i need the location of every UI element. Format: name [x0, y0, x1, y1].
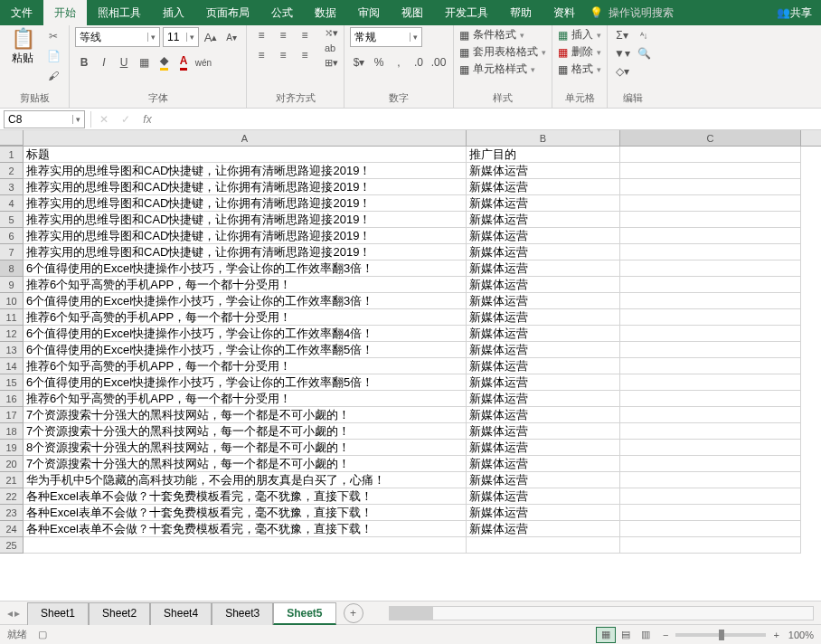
page-break-view-button[interactable]: ▥ [636, 627, 656, 643]
italic-button[interactable]: I [95, 54, 113, 71]
cell[interactable] [620, 212, 801, 228]
fill-color-button[interactable]: ◆ [155, 54, 173, 71]
cell[interactable]: 推荐6个知乎高赞的手机APP，每一个都十分受用！ [24, 358, 467, 374]
row-header[interactable]: 1 [0, 147, 24, 163]
select-all-corner[interactable] [0, 130, 24, 146]
cell[interactable]: 新媒体运营 [467, 179, 620, 195]
tab-审阅[interactable]: 审阅 [347, 0, 391, 25]
align-right-icon[interactable]: ≡ [296, 47, 314, 63]
tell-me-search[interactable]: 💡操作说明搜索 [590, 5, 674, 21]
format-painter-icon[interactable]: 🖌 [43, 67, 63, 85]
tab-帮助[interactable]: 帮助 [499, 0, 543, 25]
row-header[interactable]: 16 [0, 391, 24, 407]
page-layout-view-button[interactable]: ▤ [616, 627, 636, 643]
row-header[interactable]: 18 [0, 423, 24, 440]
cell[interactable]: 6个值得使用的Excel快捷操作小技巧，学会让你的工作效率翻5倍！ [24, 342, 467, 358]
row-header[interactable]: 15 [0, 374, 24, 391]
cell[interactable] [620, 537, 801, 554]
cell[interactable]: 推荐6个知乎高赞的手机APP，每一个都十分受用！ [24, 309, 467, 326]
row-header[interactable]: 2 [0, 163, 24, 179]
macro-record-icon[interactable]: ▢ [38, 629, 47, 640]
font-name-select[interactable]: 等线 ▾ [75, 27, 160, 47]
cell[interactable] [620, 423, 801, 440]
cell[interactable] [620, 163, 801, 179]
cell[interactable] [620, 456, 801, 472]
col-header-A[interactable]: A [24, 130, 467, 146]
cell[interactable] [620, 374, 801, 391]
row-header[interactable]: 8 [0, 260, 24, 277]
copy-icon[interactable]: 📄 [43, 47, 63, 65]
percent-format-icon[interactable]: % [370, 54, 388, 71]
row-header[interactable]: 21 [0, 472, 24, 488]
row-header[interactable]: 14 [0, 358, 24, 374]
phonetic-button[interactable]: wén [194, 54, 212, 71]
cell[interactable] [620, 195, 801, 212]
formula-input[interactable] [158, 110, 821, 128]
cell[interactable]: 新媒体运营 [467, 228, 620, 244]
merge-button[interactable]: ⊞▾ [325, 57, 338, 69]
comma-format-icon[interactable]: , [390, 54, 408, 71]
cell[interactable] [620, 391, 801, 407]
cell[interactable]: 推荐6个知乎高赞的手机APP，每一个都十分受用！ [24, 277, 467, 293]
cell[interactable]: 新媒体运营 [467, 212, 620, 228]
tab-开发工具[interactable]: 开发工具 [434, 0, 499, 25]
cell-styles-button[interactable]: ▦单元格样式▾ [459, 62, 546, 77]
orientation-button[interactable]: ⤭▾ [325, 27, 338, 39]
row-header[interactable]: 6 [0, 228, 24, 244]
confirm-icon[interactable]: ✓ [115, 113, 137, 126]
zoom-out-button[interactable]: − [663, 630, 668, 640]
cell[interactable]: 华为手机中5个隐藏的高科技功能，不会用的朋友真是白买了，心痛！ [24, 472, 467, 488]
tab-数据[interactable]: 数据 [304, 0, 347, 25]
cut-icon[interactable]: ✂ [43, 27, 63, 45]
increase-font-icon[interactable]: A▴ [202, 29, 220, 45]
cell[interactable]: 6个值得使用的Excel快捷操作小技巧，学会让你的工作效率翻3倍！ [24, 260, 467, 277]
align-top-icon[interactable]: ≡ [252, 27, 270, 43]
next-sheet-icon[interactable]: ▸ [14, 607, 20, 620]
row-header[interactable]: 25 [0, 537, 24, 554]
cell[interactable] [620, 244, 801, 260]
row-header[interactable]: 7 [0, 244, 24, 260]
cell[interactable] [620, 277, 801, 293]
tab-文件[interactable]: 文件 [0, 0, 43, 25]
fx-icon[interactable]: fx [137, 113, 158, 126]
prev-sheet-icon[interactable]: ◂ [7, 607, 13, 620]
zoom-slider[interactable] [675, 633, 766, 637]
sort-filter-icon[interactable]: ᴬ↓ [635, 27, 653, 43]
cell[interactable] [620, 309, 801, 326]
row-header[interactable]: 12 [0, 326, 24, 342]
col-header-C[interactable]: C [620, 130, 801, 146]
cell[interactable]: 新媒体运营 [467, 440, 620, 456]
cell[interactable]: 7个资源搜索十分强大的黑科技网站，每一个都是不可小觑的！ [24, 407, 467, 423]
tab-开始[interactable]: 开始 [43, 0, 87, 25]
cell[interactable]: 新媒体运营 [467, 293, 620, 309]
sheet-tab-Sheet3[interactable]: Sheet3 [212, 602, 273, 625]
border-button[interactable]: ▦ [135, 54, 153, 71]
wrap-text-button[interactable]: ab [325, 43, 338, 53]
cell[interactable] [620, 440, 801, 456]
sheet-tab-Sheet5[interactable]: Sheet5 [273, 602, 335, 625]
cell[interactable]: 推荐实用的思维导图和CAD快捷键，让你拥有清晰思路迎接2019！ [24, 179, 467, 195]
cell[interactable]: 新媒体运营 [467, 342, 620, 358]
tab-视图[interactable]: 视图 [391, 0, 434, 25]
format-as-table-button[interactable]: ▦套用表格格式▾ [459, 44, 546, 60]
cell[interactable]: 7个资源搜索十分强大的黑科技网站，每一个都是不可小觑的！ [24, 423, 467, 440]
cell[interactable]: 各种Excel表单不会做？十套免费模板看完，毫不犹豫，直接下载！ [24, 488, 467, 505]
cell[interactable]: 新媒体运营 [467, 163, 620, 179]
row-header[interactable]: 9 [0, 277, 24, 293]
cell[interactable]: 各种Excel表单不会做？十套免费模板看完，毫不犹豫，直接下载！ [24, 521, 467, 537]
row-header[interactable]: 22 [0, 488, 24, 505]
tab-公式[interactable]: 公式 [260, 0, 304, 25]
cell[interactable]: 新媒体运营 [467, 472, 620, 488]
name-box[interactable]: C8 ▾ [4, 110, 85, 128]
cell[interactable]: 推荐实用的思维导图和CAD快捷键，让你拥有清晰思路迎接2019！ [24, 163, 467, 179]
cell[interactable]: 新媒体运营 [467, 326, 620, 342]
cell[interactable]: 新媒体运营 [467, 358, 620, 374]
cell[interactable]: 推广目的 [467, 147, 620, 163]
zoom-level[interactable]: 100% [788, 630, 814, 640]
zoom-in-button[interactable]: + [773, 630, 779, 640]
accounting-format-icon[interactable]: $▾ [350, 54, 368, 71]
cell[interactable]: 6个值得使用的Excel快捷操作小技巧，学会让你的工作效率翻5倍！ [24, 374, 467, 391]
cell[interactable]: 新媒体运营 [467, 391, 620, 407]
tab-插入[interactable]: 插入 [152, 0, 195, 25]
sheet-tab-Sheet2[interactable]: Sheet2 [89, 602, 150, 625]
